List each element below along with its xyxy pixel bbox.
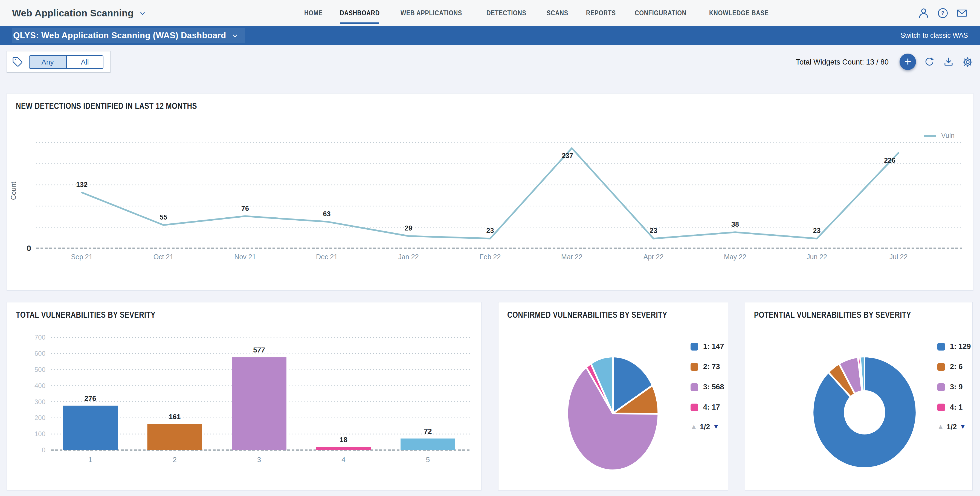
legend-page-up-icon[interactable]: ▲ <box>937 423 944 430</box>
nav-item-knowledge-base[interactable]: KNOWLEDGE BASE <box>709 0 778 26</box>
bar-category-label: 4 <box>342 456 345 464</box>
legend-item-severity-1[interactable]: 1: 129 <box>937 336 973 357</box>
line-value-label: 226 <box>884 156 896 164</box>
nav-label: CONFIGURATION <box>635 9 687 17</box>
x-axis-label: Feb 22 <box>480 253 501 261</box>
widgets-count: Total Widgets Count: 13 / 80 <box>796 58 889 66</box>
legend-pager: ▲1/2▼ <box>937 417 973 436</box>
legend-label: 3: 9 <box>950 383 963 391</box>
widget-potential-vulns-by-severity: POTENTIAL VULNERABILITIES BY SEVERITY 1:… <box>745 302 973 491</box>
nav-label: HOME <box>304 9 323 17</box>
widget-confirmed-vulns-by-severity: CONFIRMED VULNERABILITIES BY SEVERITY 1:… <box>498 302 728 491</box>
line-value-label: 23 <box>813 227 821 235</box>
tag-match-any-button[interactable]: Any <box>29 55 66 69</box>
bar-severity-3 <box>232 357 286 450</box>
x-axis-label: May 22 <box>724 253 746 261</box>
tag-filter-box: Any All <box>6 51 111 73</box>
svg-text:Count: Count <box>10 182 17 200</box>
nav-item-web-applications[interactable]: WEB APPLICATIONS <box>401 0 472 26</box>
nav-item-dashboard[interactable]: DASHBOARD <box>340 0 386 26</box>
help-icon[interactable]: ? <box>937 7 949 19</box>
legend-swatch <box>924 135 936 136</box>
y-axis-label: 600 <box>35 350 45 357</box>
nav-label: SCANS <box>547 9 568 17</box>
legend-swatch <box>690 403 698 411</box>
x-axis-label: Nov 21 <box>234 253 256 261</box>
legend-label: Vuln <box>941 132 955 139</box>
line-value-label: 132 <box>76 181 88 189</box>
toolbar-actions: Total Widgets Count: 13 / 80 + <box>796 54 974 70</box>
bar-category-label: 2 <box>173 456 177 464</box>
legend-page-down-icon[interactable]: ▼ <box>959 423 966 430</box>
pie-legend: 1: 1472: 733: 5684: 17▲1/2▼ <box>690 336 728 436</box>
nav-item-configuration[interactable]: CONFIGURATION <box>635 0 695 26</box>
line-value-label: 23 <box>650 227 657 235</box>
legend-label: 1: 129 <box>950 342 971 350</box>
legend-swatch <box>690 342 698 350</box>
legend-item-severity-3[interactable]: 3: 568 <box>690 377 728 397</box>
download-icon[interactable] <box>943 56 954 68</box>
nav-label: DASHBOARD <box>340 9 380 17</box>
legend-item-severity-4[interactable]: 4: 1 <box>937 397 973 417</box>
nav-label: WEB APPLICATIONS <box>401 9 462 17</box>
mail-icon[interactable] <box>956 7 968 19</box>
legend-swatch <box>937 403 945 411</box>
tag-icon[interactable] <box>12 56 23 67</box>
bar-chart: 0100200300400500600700276116125773184725 <box>7 303 482 491</box>
dashboard-selector[interactable]: QLYS: Web Application Scanning (WAS) Das… <box>12 28 245 43</box>
legend-page-indicator: 1/2 <box>700 422 710 431</box>
legend-label: 3: 568 <box>703 383 724 391</box>
product-switcher[interactable]: Web Application Scanning <box>12 7 146 19</box>
tag-match-all-button[interactable]: All <box>66 55 103 69</box>
x-axis-label: Apr 22 <box>643 253 664 261</box>
y-axis-label: 300 <box>35 398 45 406</box>
y-axis-label: 400 <box>35 382 45 389</box>
add-widget-button[interactable]: + <box>900 54 916 70</box>
bar-severity-1 <box>63 406 118 450</box>
bar-severity-4 <box>316 447 371 450</box>
line-value-label: 55 <box>160 213 167 221</box>
legend-swatch <box>937 342 945 350</box>
legend-page-up-icon[interactable]: ▲ <box>690 423 697 430</box>
switch-to-classic-link[interactable]: Switch to classic WAS <box>900 32 968 40</box>
bar-category-label: 3 <box>257 456 261 464</box>
legend-label: 4: 17 <box>703 403 720 411</box>
legend-label: 2: 73 <box>703 363 720 371</box>
top-icons: ? <box>918 7 968 19</box>
x-axis-label: Mar 22 <box>561 253 582 261</box>
nav-item-home[interactable]: HOME <box>304 0 326 26</box>
main-nav: HOMEDASHBOARDWEB APPLICATIONSDETECTIONSS… <box>304 0 778 26</box>
svg-text:?: ? <box>941 10 945 16</box>
x-axis-label: Oct 21 <box>153 253 174 261</box>
legend-page-down-icon[interactable]: ▼ <box>713 423 719 430</box>
legend-item-severity-2[interactable]: 2: 73 <box>690 357 728 377</box>
bar-value-label: 18 <box>339 436 347 444</box>
legend-swatch <box>937 383 945 391</box>
nav-item-detections[interactable]: DETECTIONS <box>486 0 532 26</box>
nav-label: REPORTS <box>586 9 616 17</box>
legend-item-severity-4[interactable]: 4: 17 <box>690 397 728 417</box>
user-icon[interactable] <box>918 7 930 19</box>
line-value-label: 76 <box>241 204 249 212</box>
line-legend-item-vuln[interactable]: Vuln <box>924 132 955 139</box>
y-axis-label: 700 <box>35 334 45 341</box>
nav-item-scans[interactable]: SCANS <box>547 0 572 26</box>
refresh-icon[interactable] <box>924 56 935 68</box>
dashboard-toolbar: Any All Total Widgets Count: 13 / 80 + <box>0 45 980 79</box>
chevron-down-icon <box>139 10 146 17</box>
settings-gear-icon[interactable] <box>962 56 974 68</box>
legend-swatch <box>690 363 698 371</box>
legend-item-severity-1[interactable]: 1: 147 <box>690 336 728 357</box>
line-value-label: 38 <box>731 220 739 228</box>
legend-item-severity-3[interactable]: 3: 9 <box>937 377 973 397</box>
nav-item-reports[interactable]: REPORTS <box>586 0 620 26</box>
y-axis-label: 500 <box>35 366 45 373</box>
legend-label: 4: 1 <box>950 403 963 411</box>
bar-severity-5 <box>401 439 455 450</box>
bar-value-label: 577 <box>253 346 265 354</box>
tag-match-toggle: Any All <box>29 55 103 69</box>
bar-value-label: 72 <box>424 427 432 435</box>
widget-new-detections: NEW DETECTIONS IDENTIFIED IN LAST 12 MON… <box>6 93 974 291</box>
legend-item-severity-2[interactable]: 2: 6 <box>937 357 973 377</box>
app-root: Web Application Scanning HOMEDASHBOARDWE… <box>0 0 980 496</box>
